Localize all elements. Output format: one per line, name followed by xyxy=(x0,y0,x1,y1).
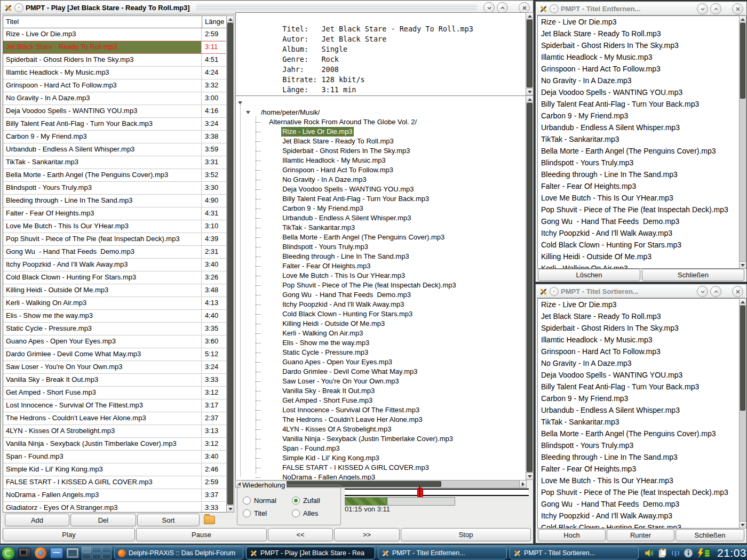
playlist-row[interactable]: Bleeding through - Line In The Sand.mp3 … xyxy=(3,195,227,207)
seek-slider[interactable] xyxy=(345,489,529,496)
clipboard-icon[interactable] xyxy=(658,548,667,558)
list-item[interactable]: Gong Wu - Hand That Feeds Demo.mp3 xyxy=(538,498,740,510)
pager-cell[interactable] xyxy=(102,554,112,560)
tree-file-node[interactable]: Span - Found.mp3 xyxy=(236,434,526,444)
tree-file-node[interactable]: Cold Black Clown - Hunting For Stars.mp3 xyxy=(236,300,526,309)
list-item[interactable]: Itchy Poopzkid - And I'll Walk Away.mp3 xyxy=(538,227,740,239)
playlist-row[interactable]: Span - Found.mp3 3:40 xyxy=(3,451,227,463)
window-list-button[interactable] xyxy=(18,547,31,560)
pager-cell[interactable] xyxy=(102,547,112,553)
tree-root-node[interactable]: /home/peter/Musik/ xyxy=(236,98,526,108)
list-item[interactable]: Carbon 9 - My Friend.mp3 xyxy=(538,393,740,404)
list-item[interactable]: Illamtic Headlock - My Music.mp3 xyxy=(538,334,740,346)
tree-file-node[interactable]: Get Amped - Short Fuse.mp3 xyxy=(236,386,526,396)
scroll-down-button[interactable] xyxy=(739,261,746,269)
close-dialog-button[interactable]: Schließen xyxy=(676,529,744,541)
pager-cell[interactable] xyxy=(82,554,91,560)
playlist-row[interactable]: Blindspott - Yours Truly.mp3 3:30 xyxy=(3,182,227,195)
tree-file-node[interactable]: Blindspott - Yours Truly.mp3 xyxy=(236,233,526,242)
scroll-up-button[interactable] xyxy=(739,15,746,23)
list-item[interactable]: Urbandub - Endless A Silent Whisper.mp3 xyxy=(538,404,740,416)
scroll-up-button[interactable] xyxy=(526,95,534,103)
list-item[interactable]: TikTak - Sankaritar.mp3 xyxy=(538,416,740,428)
list-item[interactable]: Cold Black Clown - Hunting For Stars.mp3 xyxy=(538,239,740,251)
tree-file-node[interactable]: Lost Innocence - Survival Of The Fittest… xyxy=(236,396,526,405)
playlist-row[interactable]: Love Me Butch - This Is Our YHear.mp3 3:… xyxy=(3,220,227,233)
playlist-row[interactable]: Get Amped - Short Fuse.mp3 3:12 xyxy=(3,387,227,399)
tree-file-node[interactable]: Itchy Poopzkid - And I'll Walk Away.mp3 xyxy=(236,290,526,300)
pager-cell[interactable] xyxy=(92,554,101,560)
tree-file-node[interactable]: Deja Voodoo Spells - WANTING YOU.mp3 xyxy=(236,175,526,185)
scrollbar-thumb[interactable] xyxy=(740,23,745,99)
list-item[interactable]: Falter - Fear Of Heights.mp3 xyxy=(538,180,740,192)
list-item[interactable]: Bleeding through - Line In The Sand.mp3 xyxy=(538,169,740,180)
delete-button[interactable]: Löschen xyxy=(538,269,640,281)
scrollbar-thumb[interactable] xyxy=(740,306,745,411)
tree-file-node[interactable]: NoDrama - Fallen Angels.mp3 xyxy=(236,463,526,473)
expand-arrow-icon[interactable] xyxy=(238,101,242,105)
playlist-row[interactable]: The Hedrons - Couldn't Leave Her Alone.m… xyxy=(3,412,227,425)
pause-button[interactable]: Pause xyxy=(136,528,267,541)
playlist-row[interactable]: NoDrama - Fallen Angels.mp3 3:37 xyxy=(3,489,227,502)
repeat-mode-radio[interactable]: Alles xyxy=(292,507,338,519)
stop-button[interactable]: Stop xyxy=(401,528,531,541)
tree-file-node[interactable]: Gong Wu - Hand That Feeds Demo.mp3 xyxy=(236,281,526,290)
playlist-row[interactable]: Static Cycle - Pressure.mp3 3:35 xyxy=(3,323,227,335)
tree-file-node[interactable]: Guano Apes - Open Your Eyes.mp3 xyxy=(236,348,526,357)
taskbar-task[interactable]: PMPT - Titel Entfernen... xyxy=(378,547,507,559)
playlist-row[interactable]: 4LYN - Kisses Of A Strobelight.mp3 3:13 xyxy=(3,425,227,438)
move-down-button[interactable]: Runter xyxy=(607,529,674,541)
close-button[interactable] xyxy=(519,2,530,13)
list-item[interactable]: No Gravity - In A Daze.mp3 xyxy=(538,357,740,369)
scroll-up-button[interactable] xyxy=(526,12,534,20)
playlist-row[interactable]: TikTak - Sankaritar.mp3 3:31 xyxy=(3,156,227,169)
playlist-row[interactable]: Cold Black Clown - Hunting For Stars.mp3… xyxy=(3,271,227,284)
playlist-row[interactable]: Falter - Fear Of Heights.mp3 4:31 xyxy=(3,207,227,220)
playlist-row[interactable]: Illamtic Headlock - My Music.mp3 4:24 xyxy=(3,67,227,79)
scroll-right-button[interactable] xyxy=(519,480,527,488)
volume-icon[interactable] xyxy=(645,548,655,558)
list-item[interactable]: Grinspoon - Hard Act To Follow.mp3 xyxy=(538,346,740,357)
scroll-down-button[interactable] xyxy=(739,521,746,529)
tree-file-node[interactable]: Bleeding through - Line In The Sand.mp3 xyxy=(236,242,526,252)
list-item[interactable]: Killing Heidi - Outside Of Me.mp3 xyxy=(538,251,740,262)
tree-file-node[interactable]: FALSE START - I KISSED A GIRL COVER.mp3 xyxy=(236,453,526,463)
pager-cell[interactable] xyxy=(92,547,101,553)
add-button[interactable]: Add xyxy=(5,514,69,526)
tree-file-node[interactable]: Static Cycle - Pressure.mp3 xyxy=(236,338,526,348)
next-track-button[interactable]: >> xyxy=(334,528,400,541)
tree-file-node[interactable]: The Hedrons - Couldn't Leave Her Alone.m… xyxy=(236,405,526,415)
list-item[interactable]: Gong Wu - Hand That Feeds Demo.mp3 xyxy=(538,215,740,227)
playlist-row[interactable]: Guano Apes - Open Your Eyes.mp3 3:60 xyxy=(3,335,227,348)
tree-file-node[interactable]: Spiderbait - Ghost Riders In The Sky.mp3 xyxy=(236,137,526,146)
list-item[interactable]: Love Me Butch - This Is Our YHear.mp3 xyxy=(538,475,740,486)
playlist-row[interactable]: Grinspoon - Hard Act To Follow.mp3 3:32 xyxy=(3,79,227,92)
tree-file-node[interactable]: Jet Black Stare - Ready To Roll.mp3 xyxy=(236,127,526,137)
playlist-row[interactable]: Deja Voodoo Spells - WANTING YOU.mp3 4:1… xyxy=(3,105,227,118)
tree-file-node[interactable]: Grinspoon - Hard Act To Follow.mp3 xyxy=(236,156,526,165)
previous-track-button[interactable]: << xyxy=(268,528,333,541)
minimize-button[interactable] xyxy=(697,286,708,297)
taskbar-task[interactable]: PMPT - Play [Jet Black Stare - Rea xyxy=(246,547,375,559)
scroll-down-button[interactable] xyxy=(526,88,534,95)
list-item[interactable]: Jet Black Stare - Ready To Roll.mp3 xyxy=(538,310,740,322)
network-icon[interactable] xyxy=(671,548,680,558)
list-item[interactable]: Love Me Butch - This Is Our YHear.mp3 xyxy=(538,192,740,204)
scroll-up-button[interactable] xyxy=(739,298,746,306)
tree-file-node[interactable]: Falter - Fear Of Heights.mp3 xyxy=(236,252,526,261)
list-item[interactable]: Bella Morte - Earth Angel (The Penguins … xyxy=(538,428,740,439)
playlist-row[interactable]: Lost Innocence - Survival Of The Fittest… xyxy=(3,399,227,412)
move-up-button[interactable]: Hoch xyxy=(538,529,606,541)
minimize-button[interactable] xyxy=(483,2,495,13)
taskbar-clock[interactable]: 21:03 xyxy=(717,547,746,559)
minimize-button[interactable] xyxy=(697,3,708,14)
list-item[interactable]: Itchy Poopzkid - And I'll Walk Away.mp3 xyxy=(538,510,740,522)
tree-file-node[interactable]: Carbon 9 - My Friend.mp3 xyxy=(236,194,526,204)
playlist-row[interactable]: Bella Morte - Earth Angel (The Penguins … xyxy=(3,169,227,182)
tree-file-node[interactable]: Billy Talent Feat Anti-Flag - Turn Your … xyxy=(236,185,526,194)
scroll-down-button[interactable] xyxy=(526,473,534,480)
playlist-row[interactable]: Urbandub - Endless A Silent Whisper.mp3 … xyxy=(3,143,227,156)
close-button[interactable] xyxy=(732,3,743,14)
window-menu-icon[interactable] xyxy=(550,4,559,13)
playlist-row[interactable]: Jet Black Stare - Ready To Roll.mp3 3:11 xyxy=(3,41,227,54)
